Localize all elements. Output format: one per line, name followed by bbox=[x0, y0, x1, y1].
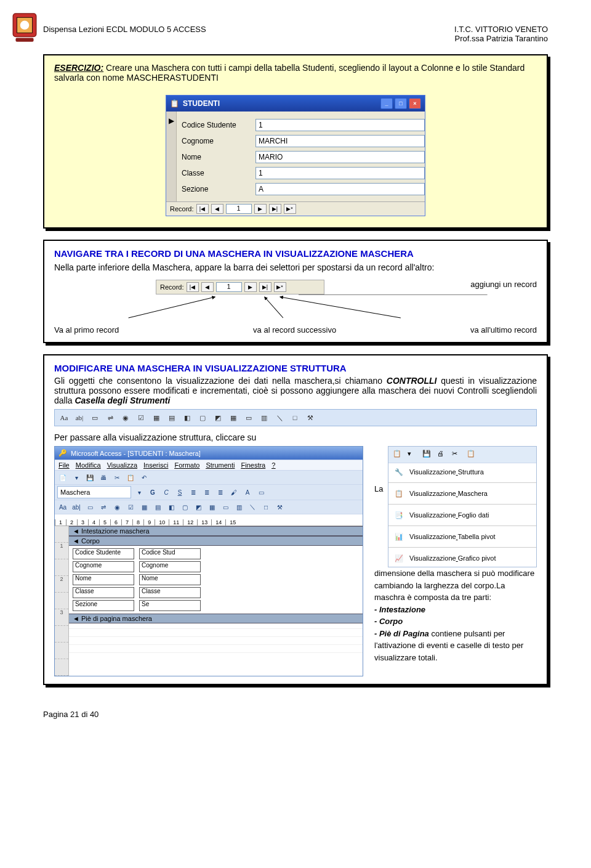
toolbox-item[interactable]: ☑ bbox=[125, 501, 136, 513]
last-record-button[interactable]: ▶| bbox=[269, 204, 281, 214]
menu-item[interactable]: File bbox=[58, 461, 70, 469]
last-record-label: va all'ultimo record bbox=[470, 325, 537, 335]
next-record-button[interactable]: ▶ bbox=[254, 204, 267, 214]
toolbox-item[interactable]: ▥ bbox=[233, 501, 244, 513]
next-record-button[interactable]: ▶ bbox=[244, 282, 257, 292]
view-menu-item[interactable]: 🔧Visualizzazione Struttura bbox=[388, 463, 536, 481]
toolbox-item[interactable]: ◧ bbox=[166, 501, 177, 513]
prev-record-button[interactable]: ◀ bbox=[211, 204, 223, 214]
field-label-cell[interactable]: Classe bbox=[73, 587, 134, 598]
menu-item[interactable]: Formato bbox=[174, 461, 199, 469]
toolbox-bar[interactable]: Aaab|▭⇌◉☑▦▤◧▢◩▦▭▥＼□⚒ bbox=[55, 500, 363, 514]
toolbox-item[interactable]: ▭ bbox=[84, 501, 95, 513]
field-source-cell[interactable]: Cognome bbox=[139, 561, 201, 572]
field-label-cell[interactable]: Nome bbox=[73, 574, 134, 585]
toolbox-item[interactable]: ▦ bbox=[206, 501, 217, 513]
form-icon: 📋 bbox=[170, 99, 179, 108]
menu-item[interactable]: Finestra bbox=[241, 461, 265, 469]
toolbox-item[interactable]: □ bbox=[260, 501, 271, 513]
menu-item[interactable]: ? bbox=[271, 461, 275, 469]
prev-record-button[interactable]: ◀ bbox=[201, 282, 214, 292]
toolbar-2[interactable]: ▾ GCS ≣≣≣ 🖌A▭ bbox=[55, 485, 363, 500]
toolbox-item[interactable]: ▦ bbox=[227, 411, 240, 424]
toolbox-item[interactable]: ab| bbox=[73, 411, 86, 424]
menu-item[interactable]: Modifica bbox=[76, 461, 101, 469]
field-input[interactable] bbox=[255, 167, 425, 179]
toolbox-item[interactable]: ◩ bbox=[193, 501, 204, 513]
toolbox-item[interactable]: ▭ bbox=[220, 501, 231, 513]
new-record-button[interactable]: ▶* bbox=[274, 282, 286, 292]
header-right: I.T.C. VITTORIO VENETO Prof.ssa Patrizia… bbox=[454, 25, 548, 43]
toolbox-item[interactable]: ab| bbox=[71, 501, 82, 513]
form-window: 📋 STUDENTI _ □ × ▶ Codice StudenteCognom… bbox=[166, 95, 425, 216]
new-record-button[interactable]: ▶* bbox=[284, 204, 296, 214]
record-number-field[interactable]: 1 bbox=[226, 204, 252, 214]
field-label-cell[interactable]: Codice Studente bbox=[73, 548, 134, 559]
band-corpo[interactable]: ◄ Corpo bbox=[69, 536, 363, 546]
toolbox-item[interactable]: ▢ bbox=[179, 501, 190, 513]
record-navigator-sample: Record: |◀ ◀ 1 ▶ ▶| ▶* bbox=[156, 280, 324, 294]
view-menu-item[interactable]: 📑Visualizzazione Foglio dati bbox=[388, 506, 536, 524]
field-label-cell[interactable]: Cognome bbox=[73, 561, 134, 572]
toolbar-1[interactable]: 📄▾💾🖶✂📋↶ bbox=[55, 471, 363, 485]
view-menu-item[interactable]: 📊Visualizzazione Tabella pivot bbox=[388, 528, 536, 545]
field-label-cell[interactable]: Sezione bbox=[73, 600, 134, 611]
toolbox-item[interactable]: ⚒ bbox=[274, 501, 285, 513]
toolbox-item[interactable]: ▭ bbox=[242, 411, 255, 424]
controlli-term: CONTROLLI bbox=[387, 376, 437, 386]
toolbox-item[interactable]: ▢ bbox=[196, 411, 209, 424]
toolbox-item[interactable]: ▤ bbox=[152, 501, 163, 513]
access-icon: 🔑 bbox=[58, 449, 67, 457]
view-icon: 📋 bbox=[393, 488, 404, 499]
exercise-box: ESERCIZIO: Creare una Maschera con tutti… bbox=[43, 54, 548, 229]
toolbox-item[interactable]: ▦ bbox=[139, 501, 150, 513]
toolbox-item[interactable]: ◉ bbox=[111, 501, 123, 513]
toolbox-item[interactable]: ▥ bbox=[257, 411, 271, 424]
toolbox-item[interactable]: ☑ bbox=[134, 411, 148, 424]
toolbox-item[interactable]: ＼ bbox=[273, 411, 286, 424]
field-source-cell[interactable]: Se bbox=[139, 600, 201, 611]
field-input[interactable] bbox=[255, 183, 425, 195]
toolbox-item[interactable]: ◧ bbox=[180, 411, 194, 424]
toolbox-item[interactable]: ▦ bbox=[150, 411, 163, 424]
field-label: Sezione bbox=[182, 185, 255, 193]
field-source-cell[interactable]: Codice Stud bbox=[139, 548, 201, 559]
last-record-button[interactable]: ▶| bbox=[259, 282, 271, 292]
view-menu-item[interactable]: 📋Visualizzazione Maschera bbox=[388, 485, 536, 502]
menubar[interactable]: FileModificaVisualizzaInserisciFormatoSt… bbox=[55, 460, 363, 471]
toolbox-item[interactable]: Aa bbox=[57, 411, 71, 424]
field-input[interactable] bbox=[255, 119, 425, 131]
toolbox-item[interactable]: ⇌ bbox=[98, 501, 109, 513]
first-record-button[interactable]: |◀ bbox=[187, 282, 199, 292]
toolbox-item[interactable]: ▤ bbox=[165, 411, 179, 424]
menu-item[interactable]: Strumenti bbox=[206, 461, 235, 469]
toolbox-item[interactable]: ▭ bbox=[88, 411, 102, 424]
field-source-cell[interactable]: Nome bbox=[139, 574, 201, 585]
maximize-button[interactable]: □ bbox=[395, 98, 407, 109]
field-input[interactable] bbox=[255, 151, 425, 163]
view-dropdown[interactable]: 📋▾💾🖨✂📋 🔧Visualizzazione Struttura📋Visual… bbox=[388, 446, 537, 567]
band-intestazione[interactable]: ◄ Intestazione maschera bbox=[69, 526, 363, 536]
toolbox-strip: Aaab|▭⇌◉☑▦▤◧▢◩▦▭▥＼□⚒ bbox=[54, 409, 537, 426]
menu-item[interactable]: Inserisci bbox=[143, 461, 168, 469]
first-record-button[interactable]: |◀ bbox=[196, 204, 209, 214]
toolbox-item[interactable]: ◩ bbox=[211, 411, 225, 424]
field-input[interactable] bbox=[255, 135, 425, 147]
close-button[interactable]: × bbox=[409, 98, 421, 109]
toolbox-item[interactable]: Aa bbox=[57, 501, 68, 513]
menu-item[interactable]: Visualizza bbox=[107, 461, 137, 469]
band-pie[interactable]: ◄ Piè di pagina maschera bbox=[69, 614, 363, 623]
toolbox-item[interactable]: □ bbox=[288, 411, 302, 424]
object-selector[interactable] bbox=[57, 486, 131, 498]
toolbox-item[interactable]: ◉ bbox=[119, 411, 132, 424]
navigate-heading: NAVIGARE TRA I RECORD DI UNA MASCHERA IN… bbox=[54, 248, 537, 259]
navigate-box: NAVIGARE TRA I RECORD DI UNA MASCHERA IN… bbox=[43, 240, 548, 343]
toolbox-item[interactable]: ＼ bbox=[247, 501, 258, 513]
minimize-button[interactable]: _ bbox=[380, 98, 393, 109]
toolbox-item[interactable]: ⚒ bbox=[304, 411, 317, 424]
field-source-cell[interactable]: Classe bbox=[139, 587, 201, 598]
view-menu-item[interactable]: 📈Visualizzazione Grafico pivot bbox=[388, 550, 536, 567]
school-crest-icon bbox=[11, 12, 38, 44]
record-number-field[interactable]: 1 bbox=[216, 282, 242, 292]
toolbox-item[interactable]: ⇌ bbox=[103, 411, 117, 424]
